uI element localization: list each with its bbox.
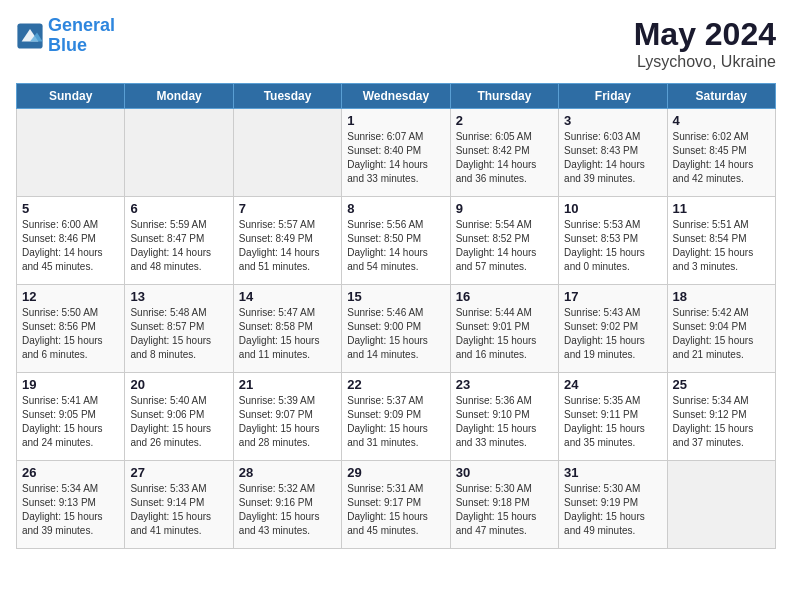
- day-cell: 17Sunrise: 5:43 AMSunset: 9:02 PMDayligh…: [559, 285, 667, 373]
- day-number: 17: [564, 289, 661, 304]
- day-cell: 20Sunrise: 5:40 AMSunset: 9:06 PMDayligh…: [125, 373, 233, 461]
- day-number: 28: [239, 465, 336, 480]
- day-cell: 6Sunrise: 5:59 AMSunset: 8:47 PMDaylight…: [125, 197, 233, 285]
- day-sun-info: Sunrise: 6:00 AMSunset: 8:46 PMDaylight:…: [22, 218, 119, 274]
- day-cell: 23Sunrise: 5:36 AMSunset: 9:10 PMDayligh…: [450, 373, 558, 461]
- week-row-1: 1Sunrise: 6:07 AMSunset: 8:40 PMDaylight…: [17, 109, 776, 197]
- day-cell: 10Sunrise: 5:53 AMSunset: 8:53 PMDayligh…: [559, 197, 667, 285]
- day-cell: [17, 109, 125, 197]
- day-cell: 2Sunrise: 6:05 AMSunset: 8:42 PMDaylight…: [450, 109, 558, 197]
- day-sun-info: Sunrise: 5:32 AMSunset: 9:16 PMDaylight:…: [239, 482, 336, 538]
- logo: General Blue: [16, 16, 115, 56]
- day-sun-info: Sunrise: 5:36 AMSunset: 9:10 PMDaylight:…: [456, 394, 553, 450]
- day-sun-info: Sunrise: 5:39 AMSunset: 9:07 PMDaylight:…: [239, 394, 336, 450]
- day-number: 26: [22, 465, 119, 480]
- day-sun-info: Sunrise: 5:40 AMSunset: 9:06 PMDaylight:…: [130, 394, 227, 450]
- day-number: 27: [130, 465, 227, 480]
- logo-blue: Blue: [48, 35, 87, 55]
- title-block: May 2024 Lysychovo, Ukraine: [634, 16, 776, 71]
- weekday-header-tuesday: Tuesday: [233, 84, 341, 109]
- logo-general: General: [48, 15, 115, 35]
- day-sun-info: Sunrise: 5:50 AMSunset: 8:56 PMDaylight:…: [22, 306, 119, 362]
- week-row-2: 5Sunrise: 6:00 AMSunset: 8:46 PMDaylight…: [17, 197, 776, 285]
- day-sun-info: Sunrise: 5:30 AMSunset: 9:19 PMDaylight:…: [564, 482, 661, 538]
- day-number: 18: [673, 289, 770, 304]
- day-cell: 1Sunrise: 6:07 AMSunset: 8:40 PMDaylight…: [342, 109, 450, 197]
- day-sun-info: Sunrise: 6:02 AMSunset: 8:45 PMDaylight:…: [673, 130, 770, 186]
- day-cell: 15Sunrise: 5:46 AMSunset: 9:00 PMDayligh…: [342, 285, 450, 373]
- day-sun-info: Sunrise: 5:35 AMSunset: 9:11 PMDaylight:…: [564, 394, 661, 450]
- day-number: 31: [564, 465, 661, 480]
- weekday-header-wednesday: Wednesday: [342, 84, 450, 109]
- day-cell: 19Sunrise: 5:41 AMSunset: 9:05 PMDayligh…: [17, 373, 125, 461]
- day-cell: 5Sunrise: 6:00 AMSunset: 8:46 PMDaylight…: [17, 197, 125, 285]
- day-sun-info: Sunrise: 5:59 AMSunset: 8:47 PMDaylight:…: [130, 218, 227, 274]
- logo-icon: [16, 22, 44, 50]
- day-number: 20: [130, 377, 227, 392]
- weekday-header-saturday: Saturday: [667, 84, 775, 109]
- day-number: 13: [130, 289, 227, 304]
- day-sun-info: Sunrise: 5:33 AMSunset: 9:14 PMDaylight:…: [130, 482, 227, 538]
- week-row-5: 26Sunrise: 5:34 AMSunset: 9:13 PMDayligh…: [17, 461, 776, 549]
- day-number: 3: [564, 113, 661, 128]
- day-cell: 8Sunrise: 5:56 AMSunset: 8:50 PMDaylight…: [342, 197, 450, 285]
- day-number: 2: [456, 113, 553, 128]
- day-number: 7: [239, 201, 336, 216]
- calendar-table: SundayMondayTuesdayWednesdayThursdayFrid…: [16, 83, 776, 549]
- day-cell: [125, 109, 233, 197]
- day-cell: 12Sunrise: 5:50 AMSunset: 8:56 PMDayligh…: [17, 285, 125, 373]
- day-cell: 16Sunrise: 5:44 AMSunset: 9:01 PMDayligh…: [450, 285, 558, 373]
- day-cell: 27Sunrise: 5:33 AMSunset: 9:14 PMDayligh…: [125, 461, 233, 549]
- day-sun-info: Sunrise: 5:42 AMSunset: 9:04 PMDaylight:…: [673, 306, 770, 362]
- day-cell: 29Sunrise: 5:31 AMSunset: 9:17 PMDayligh…: [342, 461, 450, 549]
- day-number: 14: [239, 289, 336, 304]
- day-cell: 14Sunrise: 5:47 AMSunset: 8:58 PMDayligh…: [233, 285, 341, 373]
- day-cell: 3Sunrise: 6:03 AMSunset: 8:43 PMDaylight…: [559, 109, 667, 197]
- day-cell: 13Sunrise: 5:48 AMSunset: 8:57 PMDayligh…: [125, 285, 233, 373]
- day-cell: 11Sunrise: 5:51 AMSunset: 8:54 PMDayligh…: [667, 197, 775, 285]
- day-number: 12: [22, 289, 119, 304]
- day-sun-info: Sunrise: 5:34 AMSunset: 9:12 PMDaylight:…: [673, 394, 770, 450]
- day-cell: [667, 461, 775, 549]
- day-cell: 22Sunrise: 5:37 AMSunset: 9:09 PMDayligh…: [342, 373, 450, 461]
- day-number: 30: [456, 465, 553, 480]
- day-sun-info: Sunrise: 5:30 AMSunset: 9:18 PMDaylight:…: [456, 482, 553, 538]
- day-cell: 24Sunrise: 5:35 AMSunset: 9:11 PMDayligh…: [559, 373, 667, 461]
- day-sun-info: Sunrise: 5:53 AMSunset: 8:53 PMDaylight:…: [564, 218, 661, 274]
- weekday-header-row: SundayMondayTuesdayWednesdayThursdayFrid…: [17, 84, 776, 109]
- day-sun-info: Sunrise: 5:54 AMSunset: 8:52 PMDaylight:…: [456, 218, 553, 274]
- day-number: 23: [456, 377, 553, 392]
- day-sun-info: Sunrise: 5:57 AMSunset: 8:49 PMDaylight:…: [239, 218, 336, 274]
- day-number: 15: [347, 289, 444, 304]
- day-cell: 21Sunrise: 5:39 AMSunset: 9:07 PMDayligh…: [233, 373, 341, 461]
- day-number: 5: [22, 201, 119, 216]
- day-sun-info: Sunrise: 6:03 AMSunset: 8:43 PMDaylight:…: [564, 130, 661, 186]
- weekday-header-monday: Monday: [125, 84, 233, 109]
- day-number: 1: [347, 113, 444, 128]
- week-row-3: 12Sunrise: 5:50 AMSunset: 8:56 PMDayligh…: [17, 285, 776, 373]
- day-number: 6: [130, 201, 227, 216]
- day-sun-info: Sunrise: 5:51 AMSunset: 8:54 PMDaylight:…: [673, 218, 770, 274]
- day-number: 11: [673, 201, 770, 216]
- weekday-header-thursday: Thursday: [450, 84, 558, 109]
- day-number: 10: [564, 201, 661, 216]
- day-number: 24: [564, 377, 661, 392]
- day-sun-info: Sunrise: 5:37 AMSunset: 9:09 PMDaylight:…: [347, 394, 444, 450]
- day-number: 16: [456, 289, 553, 304]
- day-sun-info: Sunrise: 5:43 AMSunset: 9:02 PMDaylight:…: [564, 306, 661, 362]
- day-number: 21: [239, 377, 336, 392]
- day-sun-info: Sunrise: 6:05 AMSunset: 8:42 PMDaylight:…: [456, 130, 553, 186]
- day-sun-info: Sunrise: 5:34 AMSunset: 9:13 PMDaylight:…: [22, 482, 119, 538]
- day-number: 25: [673, 377, 770, 392]
- weekday-header-friday: Friday: [559, 84, 667, 109]
- day-sun-info: Sunrise: 5:44 AMSunset: 9:01 PMDaylight:…: [456, 306, 553, 362]
- location-title: Lysychovo, Ukraine: [634, 53, 776, 71]
- page-header: General Blue May 2024 Lysychovo, Ukraine: [16, 16, 776, 71]
- day-cell: 18Sunrise: 5:42 AMSunset: 9:04 PMDayligh…: [667, 285, 775, 373]
- day-sun-info: Sunrise: 5:48 AMSunset: 8:57 PMDaylight:…: [130, 306, 227, 362]
- day-number: 22: [347, 377, 444, 392]
- day-cell: 28Sunrise: 5:32 AMSunset: 9:16 PMDayligh…: [233, 461, 341, 549]
- day-number: 19: [22, 377, 119, 392]
- day-number: 9: [456, 201, 553, 216]
- day-sun-info: Sunrise: 5:41 AMSunset: 9:05 PMDaylight:…: [22, 394, 119, 450]
